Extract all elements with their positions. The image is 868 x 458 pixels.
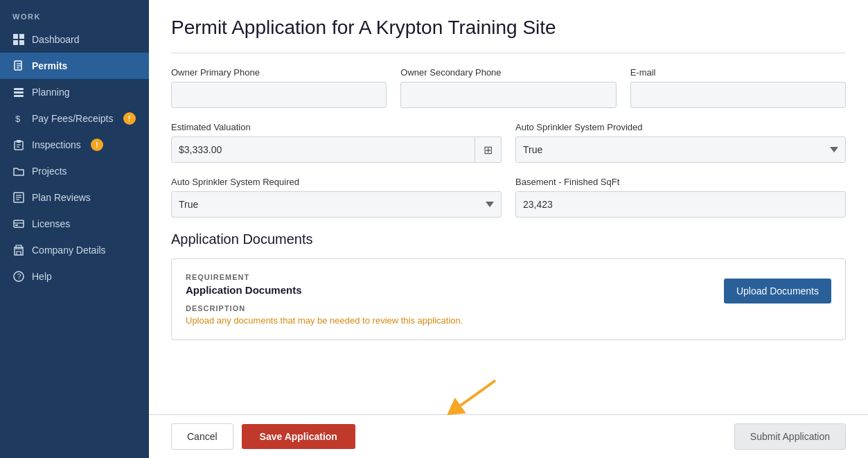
sidebar-item-label: Pay Fees/Receipts (32, 113, 114, 124)
owner-primary-phone-label: Owner Primary Phone (171, 67, 387, 78)
sidebar-item-label: Help (32, 271, 52, 282)
main-scroll-area[interactable]: Permit Application for A Krypton Trainin… (149, 0, 868, 414)
svg-rect-8 (14, 88, 24, 90)
pay-fees-badge: ! (123, 112, 136, 125)
clipboard-icon (12, 139, 25, 151)
basement-sqft-input[interactable] (515, 191, 846, 218)
owner-secondary-phone-label: Owner Secondary Phone (400, 67, 616, 78)
sidebar-item-pay-fees[interactable]: $ Pay Fees/Receipts ! (0, 105, 149, 132)
doc-icon (12, 60, 25, 72)
sidebar-item-inspections[interactable]: Inspections ! (0, 132, 149, 158)
basement-sqft-group: Basement - Finished SqFt (515, 177, 846, 218)
owner-primary-phone-input[interactable] (171, 82, 387, 108)
auto-sprinkler-required-label: Auto Sprinkler System Required (171, 177, 502, 187)
owner-primary-phone-group: Owner Primary Phone (171, 67, 387, 108)
upload-documents-button[interactable]: Upload Documents (724, 279, 831, 303)
svg-rect-10 (14, 95, 24, 97)
review-icon (12, 191, 25, 204)
sidebar-item-label: Projects (32, 166, 67, 177)
estimated-valuation-group: Estimated Valuation ⊞ (171, 122, 502, 163)
email-input[interactable] (630, 82, 846, 108)
application-documents-card: REQUIREMENT Application Documents DESCRI… (171, 258, 846, 340)
owner-secondary-phone-input[interactable] (400, 82, 616, 108)
svg-text:?: ? (17, 272, 21, 281)
dollar-icon: $ (12, 112, 25, 125)
svg-rect-9 (14, 91, 24, 94)
email-label: E-mail (630, 67, 846, 78)
main-content: Permit Application for A Krypton Trainin… (149, 0, 868, 458)
page-title: Permit Application for A Krypton Trainin… (171, 17, 846, 39)
auto-sprinkler-required-select[interactable]: True False (171, 191, 502, 218)
sidebar-item-label: Dashboard (32, 34, 80, 45)
sidebar-item-label: Planning (32, 87, 70, 98)
sidebar: WORK Dashboard Permits Planning $ Pay Fe… (0, 0, 149, 458)
footer: Cancel Save Application Submit Applicati… (149, 414, 868, 458)
grid-icon (12, 33, 25, 46)
sidebar-item-label: Licenses (32, 218, 70, 229)
sidebar-item-label: Inspections (32, 139, 81, 150)
svg-text:$: $ (15, 114, 21, 124)
sidebar-item-licenses[interactable]: Licenses (0, 211, 149, 237)
sidebar-section-label: WORK (0, 0, 149, 26)
form-row-phones: Owner Primary Phone Owner Secondary Phon… (171, 67, 846, 108)
folder-icon (12, 165, 25, 177)
valuation-input-wrapper: ⊞ (171, 136, 502, 163)
sidebar-item-permits[interactable]: Permits (0, 53, 149, 79)
svg-rect-13 (17, 140, 21, 143)
top-divider (171, 53, 846, 53)
cancel-button[interactable]: Cancel (171, 423, 233, 450)
email-group: E-mail (630, 67, 846, 108)
sidebar-item-label: Permits (32, 60, 67, 71)
calculator-icon: ⊞ (484, 143, 493, 157)
svg-rect-22 (15, 224, 18, 226)
card-icon (12, 218, 25, 230)
sidebar-item-help[interactable]: ? Help (0, 263, 149, 290)
auto-sprinkler-required-group: Auto Sprinkler System Required True Fals… (171, 177, 502, 218)
sidebar-item-dashboard[interactable]: Dashboard (0, 26, 149, 53)
save-application-button[interactable]: Save Application (242, 424, 355, 449)
sidebar-item-label: Company Details (32, 245, 106, 256)
svg-rect-20 (14, 220, 24, 227)
auto-sprinkler-provided-group: Auto Sprinkler System Provided True Fals… (515, 122, 846, 163)
submit-application-button[interactable]: Submit Application (734, 423, 846, 450)
estimated-valuation-label: Estimated Valuation (171, 122, 502, 132)
list-icon (12, 86, 25, 98)
sidebar-item-planning[interactable]: Planning (0, 79, 149, 105)
svg-rect-0 (13, 34, 18, 39)
question-icon: ? (12, 270, 25, 283)
svg-rect-3 (19, 40, 24, 45)
auto-sprinkler-provided-label: Auto Sprinkler System Provided (515, 122, 846, 132)
sidebar-item-company-details[interactable]: Company Details (0, 237, 149, 263)
requirement-title: Application Documents (186, 284, 710, 296)
owner-secondary-phone-group: Owner Secondary Phone (400, 67, 616, 108)
sidebar-item-projects[interactable]: Projects (0, 158, 149, 184)
sidebar-item-label: Plan Reviews (32, 192, 91, 203)
sidebar-item-plan-reviews[interactable]: Plan Reviews (0, 184, 149, 211)
basement-sqft-label: Basement - Finished SqFt (515, 177, 846, 187)
description-text: Upload any documents that may be needed … (186, 315, 710, 326)
svg-rect-2 (13, 40, 18, 45)
building-icon (12, 244, 25, 256)
doc-card-content: REQUIREMENT Application Documents DESCRI… (186, 273, 710, 326)
description-label: DESCRIPTION (186, 304, 710, 312)
estimated-valuation-input[interactable] (171, 136, 475, 163)
documents-section-title: Application Documents (171, 231, 846, 247)
footer-left-actions: Cancel Save Application (171, 423, 355, 450)
calculator-button[interactable]: ⊞ (475, 136, 502, 163)
form-row-sprinkler-basement: Auto Sprinkler System Required True Fals… (171, 177, 846, 218)
auto-sprinkler-provided-select[interactable]: True False (515, 136, 846, 163)
requirement-label: REQUIREMENT (186, 273, 710, 281)
svg-rect-1 (19, 34, 24, 39)
form-row-valuation: Estimated Valuation ⊞ Auto Sprinkler Sys… (171, 122, 846, 163)
inspections-badge: ! (91, 139, 103, 151)
